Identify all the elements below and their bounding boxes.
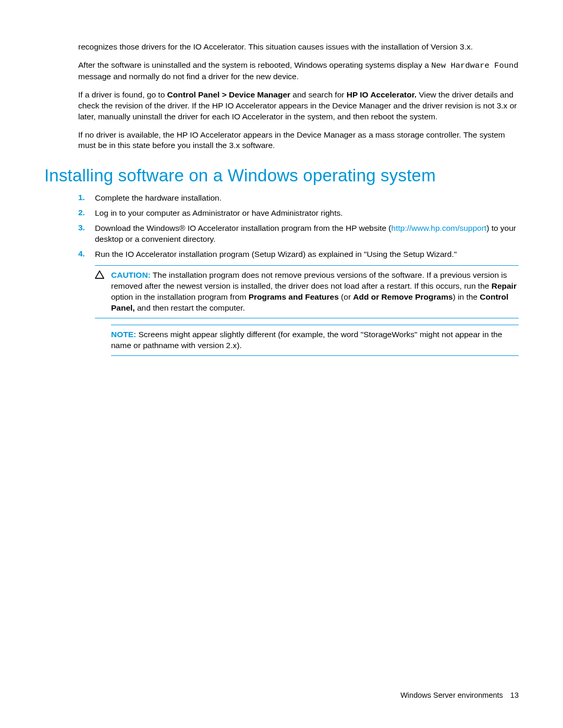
- note-label: NOTE:: [111, 330, 136, 339]
- text: and search for: [290, 90, 347, 99]
- list-text: Download the Windows® IO Accelerator ins…: [95, 223, 519, 245]
- text: and then restart the computer.: [135, 303, 245, 312]
- caution-label: CAUTION:: [111, 270, 151, 279]
- list-item: 3. Download the Windows® IO Accelerator …: [78, 223, 519, 245]
- list-item: 1. Complete the hardware installation.: [78, 193, 519, 204]
- text: Screens might appear slightly different …: [111, 330, 502, 350]
- page-footer: Windows Server environments 13: [400, 691, 519, 699]
- list-item: 2. Log in to your computer as Administra…: [78, 208, 519, 219]
- text: message and normally do not find a drive…: [78, 72, 299, 81]
- note-callout: NOTE: Screens might appear slightly diff…: [111, 325, 519, 356]
- text: After the software is uninstalled and th…: [78, 60, 431, 69]
- list-text: Log in to your computer as Administrator…: [95, 208, 519, 219]
- text: ) in the: [453, 292, 480, 301]
- text: If a driver is found, go to: [78, 90, 167, 99]
- bold-text: Programs and Features: [249, 292, 339, 301]
- list-number: 2.: [78, 208, 95, 219]
- text: The installation program does not remove…: [111, 270, 507, 290]
- footer-section: Windows Server environments: [400, 691, 503, 699]
- ordered-list: 1. Complete the hardware installation. 2…: [78, 193, 519, 260]
- text: Download the Windows® IO Accelerator ins…: [95, 224, 391, 232]
- caution-text: CAUTION: The installation program does n…: [111, 270, 519, 314]
- paragraph: If a driver is found, go to Control Pane…: [78, 90, 519, 122]
- paragraph: If no driver is available, the HP IO Acc…: [78, 130, 519, 152]
- document-page: recognizes those drivers for the IO Acce…: [0, 0, 563, 728]
- paragraph: After the software is uninstalled and th…: [78, 60, 519, 82]
- text: option in the installation program from: [111, 292, 249, 301]
- bold-text: Control Panel > Device Manager: [167, 90, 290, 99]
- bold-text: HP IO Accelerator.: [347, 90, 417, 99]
- list-text: Complete the hardware installation.: [95, 193, 519, 204]
- list-item: 4. Run the IO Accelerator installation p…: [78, 249, 519, 260]
- bold-text: Add or Remove Programs: [353, 292, 452, 301]
- section-heading: Installing software on a Windows operati…: [44, 166, 519, 186]
- footer-page-number: 13: [510, 691, 519, 699]
- list-number: 4.: [78, 249, 95, 260]
- list-number: 1.: [78, 193, 95, 204]
- code-text: New Hardware Found: [431, 61, 518, 70]
- support-link[interactable]: http://www.hp.com/support: [391, 224, 487, 232]
- text: (or: [339, 292, 353, 301]
- note-text: NOTE: Screens might appear slightly diff…: [111, 329, 519, 351]
- caution-callout: CAUTION: The installation program does n…: [95, 265, 519, 318]
- paragraph: recognizes those drivers for the IO Acce…: [78, 42, 519, 53]
- list-text: Run the IO Accelerator installation prog…: [95, 249, 519, 260]
- list-number: 3.: [78, 223, 95, 245]
- bold-text: Repair: [492, 281, 517, 290]
- caution-icon: [95, 270, 111, 314]
